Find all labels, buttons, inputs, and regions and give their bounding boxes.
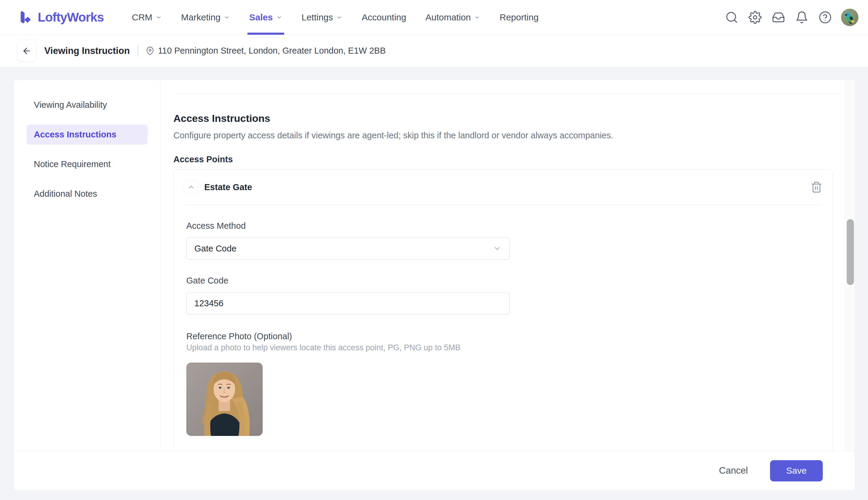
arrow-left-icon: [22, 46, 32, 56]
user-menu-button[interactable]: [841, 8, 859, 26]
chevron-up-icon: [187, 183, 195, 191]
collapse-button[interactable]: [184, 180, 198, 194]
scrollbar-thumb[interactable]: [847, 219, 854, 285]
settings-gear-icon: [748, 11, 762, 24]
save-button[interactable]: Save: [770, 460, 823, 481]
chevron-down-icon: [276, 14, 282, 21]
gate-code-label: Gate Code: [186, 276, 820, 286]
content-scrollbar[interactable]: [846, 80, 855, 451]
property-address-wrap: 110 Pennington Street, London, Greater L…: [146, 46, 385, 56]
nav-item-sales[interactable]: Sales: [240, 0, 292, 35]
access-method-select[interactable]: Gate Code: [186, 237, 510, 260]
brand[interactable]: LoftyWorks: [17, 9, 104, 26]
user-avatar: [841, 9, 858, 26]
brand-name: LoftyWorks: [38, 10, 104, 24]
access-point-card: Estate Gate Access Method Gate Code Gate…: [173, 169, 833, 451]
form-footer: Cancel Save: [14, 451, 855, 490]
inbox-button[interactable]: [769, 8, 788, 27]
sidebar-item-viewing-availability[interactable]: Viewing Availability: [27, 95, 148, 115]
nav-item-accounting[interactable]: Accounting: [352, 0, 416, 35]
notifications-button[interactable]: [792, 8, 811, 27]
cancel-button[interactable]: Cancel: [719, 465, 748, 476]
settings-button[interactable]: [746, 8, 764, 27]
help-icon: [819, 11, 832, 24]
sidebar-item-notice-requirement[interactable]: Notice Requirement: [27, 154, 148, 174]
nav-item-lettings[interactable]: Lettings: [292, 0, 352, 35]
gate-code-input[interactable]: [186, 292, 510, 314]
chevron-down-icon: [156, 14, 162, 21]
chevron-down-icon: [474, 14, 481, 21]
reference-photo-thumbnail[interactable]: [186, 363, 263, 436]
nav-actions: [722, 8, 859, 27]
access-point-card-header: Estate Gate: [174, 170, 833, 204]
access-method-value: Gate Code: [194, 244, 236, 253]
main-menu: CRM Marketing Sales Lettings Accounting …: [122, 0, 548, 35]
access-points-label: Access Points: [173, 155, 833, 164]
reference-photo-help: Upload a photo to help viewers locate th…: [186, 343, 820, 352]
chevron-down-icon: [336, 14, 343, 21]
notifications-bell-icon: [795, 11, 808, 24]
property-address: 110 Pennington Street, London, Greater L…: [158, 46, 385, 56]
content-area: Access Instructions Configure property a…: [160, 80, 855, 490]
top-navbar: LoftyWorks CRM Marketing Sales Lettings …: [0, 0, 868, 35]
nav-item-automation[interactable]: Automation: [416, 0, 490, 35]
trash-icon: [811, 181, 822, 193]
back-button[interactable]: [17, 40, 36, 62]
page-title: Viewing Instruction: [44, 46, 130, 56]
sidebar-item-additional-notes[interactable]: Additional Notes: [27, 184, 148, 204]
section-description: Configure property access details if vie…: [173, 130, 833, 140]
help-button[interactable]: [816, 8, 834, 27]
delete-access-point-button[interactable]: [811, 181, 822, 193]
sidebar-item-access-instructions[interactable]: Access Instructions: [27, 125, 148, 145]
chevron-down-icon: [223, 14, 230, 21]
section-top-divider: [173, 93, 842, 94]
location-pin-icon: [146, 47, 154, 55]
nav-item-marketing[interactable]: Marketing: [172, 0, 240, 35]
nav-item-crm[interactable]: CRM: [122, 0, 171, 35]
section-title: Access Instructions: [173, 113, 833, 124]
access-point-title: Estate Gate: [204, 182, 252, 192]
search-button[interactable]: [722, 8, 741, 27]
chevron-down-icon: [493, 244, 502, 253]
access-method-label: Access Method: [186, 221, 820, 231]
loftyworks-logo-icon: [17, 9, 34, 26]
main-panel: Viewing Availability Access Instructions…: [14, 80, 855, 491]
section-sidebar: Viewing Availability Access Instructions…: [14, 80, 160, 490]
search-icon: [725, 11, 738, 24]
page-header: Viewing Instruction 110 Pennington Stree…: [0, 35, 868, 67]
access-point-form: Access Method Gate Code Gate Code Refere…: [174, 205, 833, 451]
header-divider: [137, 45, 138, 57]
inbox-icon: [772, 11, 785, 24]
form-scroll-region: Access Instructions Configure property a…: [160, 80, 855, 451]
reference-photo-label: Reference Photo (Optional): [186, 331, 820, 341]
nav-item-reporting[interactable]: Reporting: [490, 0, 548, 35]
